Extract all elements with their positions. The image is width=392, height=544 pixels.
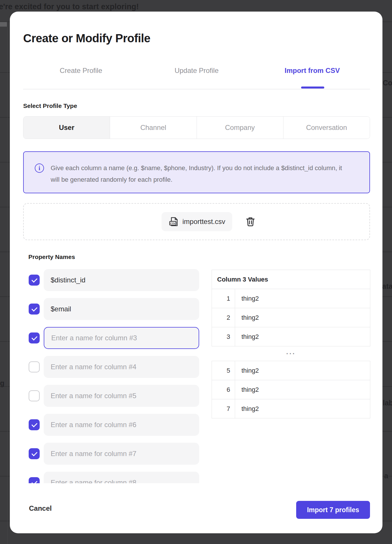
table-row: 3thing2 — [212, 327, 370, 346]
row-index: 1 — [212, 289, 235, 308]
row-value: thing2 — [235, 327, 370, 346]
column-2-name-input[interactable] — [44, 298, 199, 320]
tab-bar: Create Profile Update Profile Import fro… — [23, 67, 370, 75]
csv-file-icon: CSV — [168, 216, 179, 227]
column-5-name-input[interactable] — [44, 385, 199, 407]
active-tab-indicator — [301, 87, 324, 89]
values-table-bottom: 5thing2 6thing2 7thing2 — [212, 361, 370, 418]
profile-type-conversation[interactable]: Conversation — [283, 117, 370, 139]
column-8-checkbox[interactable] — [29, 477, 40, 483]
background-text-fragment: g — [0, 379, 4, 387]
background-text-fragment: Col — [383, 79, 392, 87]
values-table-header: Column 3 Values — [212, 270, 370, 289]
profile-type-segmented-control: User Channel Company Conversation — [23, 116, 370, 139]
table-row: 5thing2 — [212, 361, 370, 380]
row-index: 7 — [212, 399, 235, 418]
property-row — [23, 269, 206, 291]
uploaded-file-name: importtest.csv — [182, 218, 225, 226]
property-row — [23, 443, 206, 465]
background-text-fragment: ata — [382, 282, 392, 291]
page-title: Create or Modify Profile — [23, 32, 150, 45]
property-row — [23, 472, 206, 483]
column-5-checkbox[interactable] — [29, 390, 40, 401]
row-index: 6 — [212, 380, 235, 399]
profile-type-user[interactable]: User — [23, 117, 110, 139]
property-row — [23, 385, 206, 407]
table-row: 2thing2 — [212, 308, 370, 327]
background-text: e're excited for you to start exploring! — [0, 2, 139, 11]
property-rows-list — [23, 269, 206, 483]
column-6-checkbox[interactable] — [29, 419, 40, 430]
tab-create-profile[interactable]: Create Profile — [23, 67, 139, 75]
table-row: 6thing2 — [212, 380, 370, 399]
info-banner: i Give each column a name (e.g. $name, $… — [23, 151, 370, 193]
column-2-checkbox[interactable] — [29, 304, 40, 315]
profile-type-channel[interactable]: Channel — [110, 117, 197, 139]
remove-file-button[interactable] — [245, 216, 256, 227]
row-value: thing2 — [235, 380, 370, 399]
column-values-preview: Column 3 Values 1thing2 2thing2 3thing2 … — [212, 270, 370, 418]
row-index: 5 — [212, 361, 235, 380]
info-icon: i — [35, 163, 44, 173]
column-7-name-input[interactable] — [44, 443, 199, 465]
rows-ellipsis: ··· — [212, 346, 370, 361]
import-profiles-button[interactable]: Import 7 profiles — [296, 501, 370, 519]
row-value: thing2 — [235, 308, 370, 327]
tab-divider — [23, 89, 370, 89]
create-or-modify-profile-dialog: Create or Modify Profile Create Profile … — [10, 12, 382, 533]
table-row: 1thing2 — [212, 289, 370, 308]
row-value: thing2 — [235, 289, 370, 308]
column-6-name-input[interactable] — [44, 414, 199, 436]
row-value: thing2 — [235, 399, 370, 418]
values-table-top: Column 3 Values 1thing2 2thing2 3thing2 — [212, 270, 370, 346]
column-3-checkbox[interactable] — [29, 332, 40, 343]
row-index: 2 — [212, 308, 235, 327]
column-4-checkbox[interactable] — [29, 361, 40, 372]
background-ui-fragment — [0, 22, 7, 27]
svg-text:CSV: CSV — [170, 222, 176, 225]
background-table-border — [7, 27, 8, 544]
background-text-fragment: a — [384, 472, 388, 480]
info-banner-text: Give each column a name (e.g. $name, $ph… — [51, 162, 352, 185]
property-row — [23, 298, 206, 320]
property-row — [23, 356, 206, 378]
property-row — [23, 414, 206, 436]
column-8-name-input[interactable] — [44, 472, 199, 483]
profile-type-label: Select Profile Type — [23, 102, 77, 109]
csv-dropzone[interactable]: CSV importtest.csv — [23, 203, 370, 240]
profile-type-company[interactable]: Company — [197, 117, 283, 139]
row-value: thing2 — [235, 361, 370, 380]
row-index: 3 — [212, 327, 235, 346]
column-1-checkbox[interactable] — [29, 275, 40, 286]
uploaded-file-chip: CSV importtest.csv — [162, 212, 232, 231]
property-names-label: Property Names — [28, 253, 75, 260]
tab-update-profile[interactable]: Update Profile — [139, 67, 254, 75]
background-text-fragment: lab — [383, 399, 392, 407]
tab-import-from-csv[interactable]: Import from CSV — [254, 67, 370, 75]
column-3-name-input[interactable] — [44, 327, 199, 349]
cancel-button[interactable]: Cancel — [29, 504, 52, 512]
column-1-name-input[interactable] — [44, 269, 199, 291]
column-4-name-input[interactable] — [44, 356, 199, 378]
column-7-checkbox[interactable] — [29, 448, 40, 459]
property-row — [23, 327, 206, 349]
trash-icon — [245, 216, 256, 227]
table-row: 7thing2 — [212, 399, 370, 418]
